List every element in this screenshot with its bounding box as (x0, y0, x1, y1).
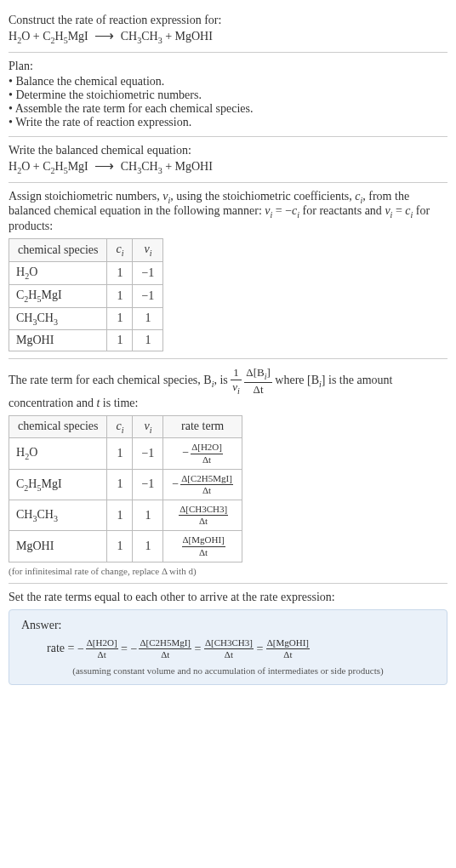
cell-rate: −Δ[H2O]Δt (163, 438, 242, 469)
final-section: Set the rate terms equal to each other t… (9, 584, 447, 692)
col-nui: νi (133, 239, 163, 262)
plan-list: Balance the chemical equation. Determine… (9, 75, 447, 129)
final-heading: Set the rate terms equal to each other t… (9, 591, 447, 604)
balanced-equation: H2O + C2H5MgI ⟶ CH3CH3 + MgOHI (9, 157, 447, 175)
stoich-paragraph: Assign stoichiometric numbers, νi, using… (9, 190, 447, 234)
infinitesimal-note: (for infinitesimal rate of change, repla… (9, 566, 447, 576)
species-ch3ch3: CH3CH3 (121, 160, 162, 173)
species-h2o: H2O (9, 160, 30, 173)
reaction-arrow-icon: ⟶ (94, 27, 114, 43)
table-row: MgOHI 1 1 (9, 330, 163, 351)
table-header-row: chemical species ci νi rate term (9, 415, 242, 438)
cell-nui: 1 (133, 500, 163, 531)
col-species: chemical species (9, 415, 107, 438)
fraction-1-over-nu: 1 νi (231, 366, 242, 396)
cell-rate: Δ[MgOHI]Δt (163, 531, 242, 562)
table-row: CH3CH3 1 1 Δ[CH3CH3]Δt (9, 500, 242, 531)
answer-assumption-note: (assuming constant volume and no accumul… (21, 665, 435, 676)
stoich-section: Assign stoichiometric numbers, νi, using… (9, 183, 447, 360)
cell-ci: 1 (107, 330, 133, 351)
plan-item: Determine the stoichiometric numbers. (9, 89, 447, 102)
cell-rate: −Δ[C2H5MgI]Δt (163, 469, 242, 500)
cell-species: CH3CH3 (9, 307, 107, 330)
table-row: C2H5MgI 1 −1 −Δ[C2H5MgI]Δt (9, 469, 242, 500)
rate-fraction: Δ[CH3CH3]Δt (179, 504, 228, 527)
species-c2h5mgi: C2H5MgI (43, 30, 88, 43)
cell-ci: 1 (107, 469, 133, 500)
cell-nui: −1 (133, 438, 163, 469)
rate-fraction: Δ[C2H5MgI]Δt (180, 473, 233, 496)
balanced-section: Write the balanced chemical equation: H2… (9, 137, 447, 183)
stoich-table: chemical species ci νi H2O 1 −1 C2H5MgI … (9, 238, 163, 351)
rate-fraction: Δ[CH3CH3]Δt (204, 637, 254, 660)
table-row: CH3CH3 1 1 (9, 307, 163, 330)
rate-expression: rate = −Δ[H2O]Δt = −Δ[C2H5MgI]Δt = Δ[CH3… (21, 637, 435, 660)
plan-section: Plan: Balance the chemical equation. Det… (9, 53, 447, 137)
cell-nui: −1 (133, 284, 163, 307)
species-mgohi: MgOHI (175, 30, 213, 43)
cell-nui: −1 (133, 261, 163, 284)
species-h2o: H2O (9, 30, 30, 43)
col-species: chemical species (9, 239, 107, 262)
rate-term-paragraph: The rate term for each chemical species,… (9, 366, 447, 409)
cell-ci: 1 (107, 284, 133, 307)
species-mgohi: MgOHI (175, 160, 213, 173)
plan-heading: Plan: (9, 60, 447, 73)
species-c2h5mgi: C2H5MgI (43, 160, 88, 173)
reaction-arrow-icon: ⟶ (94, 157, 114, 174)
table-row: H2O 1 −1 (9, 261, 163, 284)
table-row: MgOHI 1 1 Δ[MgOHI]Δt (9, 531, 242, 562)
answer-box: Answer: rate = −Δ[H2O]Δt = −Δ[C2H5MgI]Δt… (9, 609, 447, 685)
cell-species: MgOHI (9, 531, 107, 562)
cell-nui: 1 (133, 307, 163, 330)
prompt-section: Construct the rate of reaction expressio… (9, 7, 447, 53)
table-row: C2H5MgI 1 −1 (9, 284, 163, 307)
col-ci: ci (107, 415, 133, 438)
col-rate-term: rate term (163, 415, 242, 438)
cell-species: H2O (9, 261, 107, 284)
rate-term-table: chemical species ci νi rate term H2O 1 −… (9, 415, 242, 562)
table-header-row: chemical species ci νi (9, 239, 163, 262)
cell-nui: 1 (133, 330, 163, 351)
answer-label: Answer: (21, 619, 435, 632)
balanced-heading: Write the balanced chemical equation: (9, 144, 447, 157)
rate-fraction: Δ[MgOHI]Δt (266, 637, 310, 660)
cell-nui: 1 (133, 531, 163, 562)
cell-species: MgOHI (9, 330, 107, 351)
plan-item: Assemble the rate term for each chemical… (9, 102, 447, 116)
unbalanced-equation: H2O + C2H5MgI ⟶ CH3CH3 + MgOHI (9, 27, 447, 45)
cell-ci: 1 (107, 500, 133, 531)
rate-fraction: Δ[H2O]Δt (191, 442, 223, 465)
species-ch3ch3: CH3CH3 (121, 30, 162, 43)
cell-species: CH3CH3 (9, 500, 107, 531)
rate-fraction: Δ[H2O]Δt (86, 637, 118, 660)
cell-rate: Δ[CH3CH3]Δt (163, 500, 242, 531)
rate-fraction: Δ[MgOHI]Δt (182, 534, 225, 557)
cell-ci: 1 (107, 531, 133, 562)
cell-ci: 1 (107, 261, 133, 284)
col-ci: ci (107, 239, 133, 262)
plan-item: Balance the chemical equation. (9, 75, 447, 89)
plan-item: Write the rate of reaction expression. (9, 116, 447, 129)
cell-species: C2H5MgI (9, 469, 107, 500)
cell-ci: 1 (107, 438, 133, 469)
prompt-heading: Construct the rate of reaction expressio… (9, 14, 447, 27)
rate-term-section: The rate term for each chemical species,… (9, 359, 447, 583)
rate-fraction: Δ[C2H5MgI]Δt (139, 637, 191, 660)
table-row: H2O 1 −1 −Δ[H2O]Δt (9, 438, 242, 469)
cell-species: H2O (9, 438, 107, 469)
cell-ci: 1 (107, 307, 133, 330)
cell-nui: −1 (133, 469, 163, 500)
col-nui: νi (133, 415, 163, 438)
cell-species: C2H5MgI (9, 284, 107, 307)
fraction-dbi-dt: Δ[Bi] Δt (244, 366, 272, 396)
